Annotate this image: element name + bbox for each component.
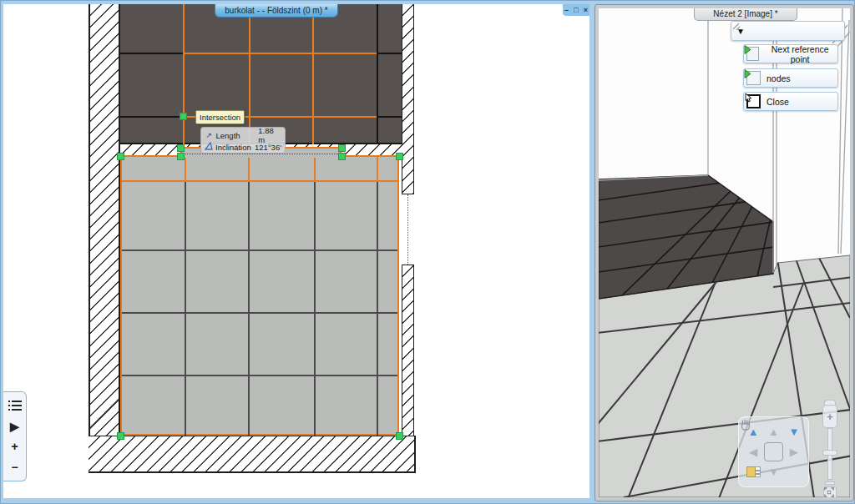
- tile-grid-line: [122, 375, 397, 376]
- zoom-slider: +: [821, 391, 839, 497]
- tile-grid-line: [248, 182, 250, 436]
- selection-handle[interactable]: [177, 144, 185, 152]
- nav-widget: ▲ ▲ ▼ ◀ ▶ ▼: [738, 416, 809, 487]
- tilt-down-icon[interactable]: ▼: [763, 462, 783, 482]
- move-right-icon[interactable]: ▶: [784, 441, 804, 461]
- menu-item-label: nodes: [766, 73, 791, 83]
- tile-grid-line: [314, 182, 316, 436]
- slider-handle[interactable]: [822, 450, 837, 456]
- play-icon: [746, 71, 761, 85]
- move-left-icon[interactable]: ◀: [743, 441, 763, 461]
- selection-handle[interactable]: [338, 144, 346, 152]
- zoom-in-icon[interactable]: +: [7, 438, 23, 455]
- tile-grid-line: [122, 180, 397, 182]
- measurement-value: 121°36': [255, 143, 281, 152]
- tile-region-selected[interactable]: [120, 155, 399, 436]
- door-opening-dotted-line: [407, 194, 408, 265]
- minimize-icon[interactable]: –: [564, 5, 569, 15]
- reference-dotted-line: [182, 154, 340, 154]
- app-window: Intersection ↗ Length 1.88 m Inclination…: [0, 0, 855, 504]
- maximize-icon[interactable]: □: [574, 5, 578, 15]
- selection-handle[interactable]: [338, 153, 346, 160]
- view3d-frame: Nézet 2 [Image] * ▼: [595, 5, 853, 501]
- plan-window-title-tab[interactable]: burkolat - - Földszint (0 m) *: [215, 4, 338, 18]
- tile-grid-line: [122, 249, 397, 251]
- measurement-label: Inclination: [215, 143, 252, 152]
- wall-right-upper: [402, 4, 414, 194]
- tile-grid-line: [183, 53, 377, 54]
- wall-right-lower: [402, 265, 414, 436]
- walk-mode-icon[interactable]: [743, 462, 763, 482]
- measurement-label: Length: [216, 131, 256, 140]
- cursor-icon: [746, 94, 761, 108]
- zoom-out-icon[interactable]: −: [7, 459, 23, 476]
- close-icon[interactable]: ×: [584, 5, 588, 15]
- tile-grid-line: [312, 4, 314, 144]
- zoom-in-icon[interactable]: +: [822, 405, 837, 428]
- tilt-up-icon[interactable]: ▲: [763, 421, 783, 441]
- zoom-fit-icon[interactable]: [823, 486, 837, 497]
- measurement-row-inclination: Inclination 121°36': [205, 141, 281, 153]
- selection-handle[interactable]: [396, 432, 403, 440]
- inclination-angle-icon: [205, 142, 213, 152]
- window-controls: – □ ×: [563, 4, 589, 16]
- tile-grid-line: [122, 312, 397, 314]
- menu-item-next-reference-point[interactable]: Next reference point: [743, 44, 838, 63]
- snap-tooltip: Intersection: [195, 110, 245, 124]
- move-down-icon[interactable]: ▼: [784, 421, 804, 441]
- zoom-out-icon[interactable]: [825, 481, 835, 485]
- view3d-title-tab[interactable]: Nézet 2 [Image] *: [694, 8, 797, 21]
- list-icon[interactable]: [7, 397, 23, 414]
- tile-grid-line: [185, 182, 186, 436]
- tile-grid-line: [377, 182, 378, 436]
- menu-item-label: Next reference point: [765, 44, 835, 64]
- selection-handle[interactable]: [117, 432, 124, 440]
- wall-left: [89, 4, 120, 473]
- tile-grid-line: [249, 4, 250, 144]
- play-icon: [746, 47, 759, 61]
- context-dropdown[interactable]: ▼: [731, 21, 845, 41]
- wall-bottom: [89, 436, 416, 473]
- tile-grid-line: [377, 157, 378, 180]
- menu-item-label: Close: [766, 97, 789, 107]
- plan-floating-toolbar: ▶ + −: [3, 391, 27, 481]
- menu-item-close[interactable]: Close: [743, 92, 838, 111]
- view3d-pane[interactable]: Nézet 2 [Image] * ▼: [599, 8, 850, 497]
- measurement-box: ↗ Length 1.88 m Inclination 121°36': [200, 127, 286, 154]
- selection-handle[interactable]: [117, 153, 124, 160]
- selection-handle[interactable]: [396, 153, 403, 160]
- tile-region-dark[interactable]: [120, 4, 402, 144]
- length-arrow-icon: ↗: [205, 131, 214, 139]
- pan-hand-icon[interactable]: [763, 441, 783, 461]
- selection-handle[interactable]: [177, 153, 185, 160]
- play-icon[interactable]: ▶: [7, 418, 23, 435]
- tile-grid-line: [183, 4, 185, 144]
- nav-empty-cell: [784, 462, 804, 482]
- selection-handle[interactable]: [180, 113, 187, 120]
- menu-item-nodes[interactable]: nodes: [743, 68, 838, 88]
- measurement-row-length: ↗ Length 1.88 m: [205, 129, 281, 141]
- plan-pane-2d[interactable]: Intersection ↗ Length 1.88 m Inclination…: [3, 4, 589, 498]
- tile-grid-line: [377, 4, 378, 144]
